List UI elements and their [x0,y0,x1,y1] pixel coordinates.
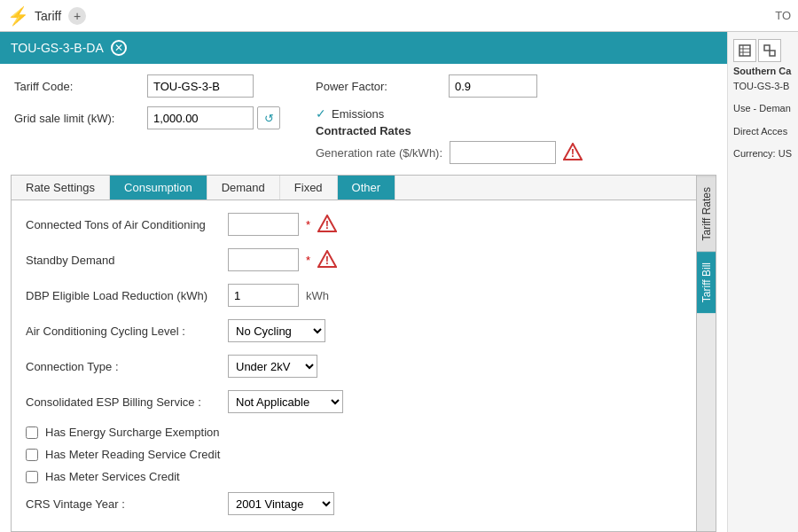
crs-vintage-label: CRS Vintage Year : [26,497,221,511]
dbp-input[interactable] [228,284,299,307]
tariff-code-input[interactable] [147,74,254,98]
standby-demand-warning-icon: ! [317,250,337,270]
ac-cycling-row: Air Conditioning Cycling Level : No Cycl… [26,319,689,342]
generation-rate-label: Generation rate ($/kWh): [316,146,442,160]
dbp-unit: kWh [306,289,329,302]
tariff-tab-label: TOU-GS-3-B-DA [11,41,104,55]
connection-type-select[interactable]: Under 2kV 2kV to 50kV Over 50kV [228,355,317,378]
add-tab-button[interactable]: + [68,7,86,25]
top-bar-title: Tariff [35,9,61,23]
connected-tons-row: Connected Tons of Air Conditioning * ! [26,213,689,236]
esp-billing-label: Consolidated ESP Billing Service : [26,395,221,409]
svg-text:!: ! [325,254,329,267]
right-panel-line2: Use - Deman [733,102,793,115]
energy-surcharge-label: Has Energy Surcharge Exemption [45,426,220,439]
standby-demand-required: * [306,254,310,267]
rate-settings-container: Rate Settings Consumption Demand Fixed O… [11,175,716,532]
tab-rate-settings[interactable]: Rate Settings [12,176,110,200]
power-factor-label: Power Factor: [316,80,449,93]
ac-cycling-label: Air Conditioning Cycling Level : [26,325,221,338]
svg-text:!: ! [571,146,575,160]
svg-rect-6 [739,45,750,56]
tariff-tab-header: TOU-GS-3-B-DA ✕ [0,32,727,64]
standby-demand-row: Standby Demand * ! [26,248,689,271]
table-icon[interactable] [733,39,756,62]
ac-cycling-select[interactable]: No Cycling Cycling 50% Cycling 100% [228,319,325,342]
esp-billing-row: Consolidated ESP Billing Service : Not A… [26,390,689,413]
top-right-text: TO [775,9,791,22]
right-panel-currency: Currency: US [733,147,793,160]
tariff-code-label: Tariff Code: [14,80,147,93]
loop-button[interactable]: ↺ [257,106,280,129]
svg-rect-11 [770,51,775,56]
dbp-row: DBP Eligible Load Reduction (kWh) kWh [26,284,689,307]
connection-type-row: Connection Type : Under 2kV 2kV to 50kV … [26,355,689,378]
grid-sale-input[interactable] [147,106,254,129]
tariff-rates-tab[interactable]: Tariff Rates [697,176,716,251]
top-bar: ⚡ Tariff + TO [0,0,798,32]
tariff-tab-close-button[interactable]: ✕ [111,40,127,56]
right-panel: Southern Ca TOU-GS-3-B Use - Deman Direc… [727,32,798,532]
tab-demand[interactable]: Demand [207,176,280,200]
crs-vintage-select[interactable]: 2001 Vintage 2002 Vintage 2003 Vintage [228,492,334,515]
tab-consumption[interactable]: Consumption [110,176,207,200]
form-area: Tariff Code: Grid sale limit (kW): ↺ Pow… [0,64,727,175]
connected-tons-warning-icon: ! [317,215,337,235]
generation-rate-input[interactable] [450,141,556,164]
meter-services-row: Has Meter Services Credit [26,470,689,483]
standby-demand-input[interactable] [228,248,299,271]
grid-sale-label: Grid sale limit (kW): [14,112,147,125]
tab-bar: Rate Settings Consumption Demand Fixed O… [12,176,716,200]
expand-icon[interactable] [758,39,781,62]
emissions-label: Emissions [332,107,384,121]
meter-reading-checkbox[interactable] [26,449,38,461]
connected-tons-input[interactable] [228,213,299,236]
meter-reading-row: Has Meter Reading Service Credit [26,448,689,461]
meter-reading-label: Has Meter Reading Service Credit [45,448,220,461]
right-panel-title: Southern Ca [733,66,793,76]
power-factor-input[interactable] [449,74,537,98]
right-panel-line3: Direct Acces [733,125,793,138]
meter-services-checkbox[interactable] [26,471,38,483]
svg-text:!: ! [325,218,329,231]
esp-billing-select[interactable]: Not Applicable Applicable [228,390,343,413]
tab-other[interactable]: Other [338,176,396,200]
standby-demand-label: Standby Demand [26,254,221,267]
tab-fixed[interactable]: Fixed [280,176,338,200]
contracted-rates-label: Contracted Rates [316,124,411,137]
emissions-chevron-icon[interactable]: ✓ [316,106,326,121]
side-tabs: Tariff Rates Tariff Bill [696,176,716,531]
svg-rect-10 [764,45,770,51]
connected-tons-required: * [306,218,310,231]
other-tab-content: Connected Tons of Air Conditioning * ! S [12,200,716,531]
energy-surcharge-checkbox[interactable] [26,426,38,439]
right-panel-icons [733,39,793,62]
tariff-bill-tab[interactable]: Tariff Bill [697,251,716,313]
generation-rate-warning-icon: ! [563,143,583,163]
connected-tons-label: Connected Tons of Air Conditioning [26,218,221,231]
meter-services-label: Has Meter Services Credit [45,470,180,483]
crs-vintage-row: CRS Vintage Year : 2001 Vintage 2002 Vin… [26,492,689,515]
connection-type-label: Connection Type : [26,360,221,373]
dbp-label: DBP Eligible Load Reduction (kWh) [26,289,221,302]
app-icon: ⚡ [7,5,29,27]
right-panel-line1: TOU-GS-3-B [733,80,793,93]
energy-surcharge-row: Has Energy Surcharge Exemption [26,426,689,439]
